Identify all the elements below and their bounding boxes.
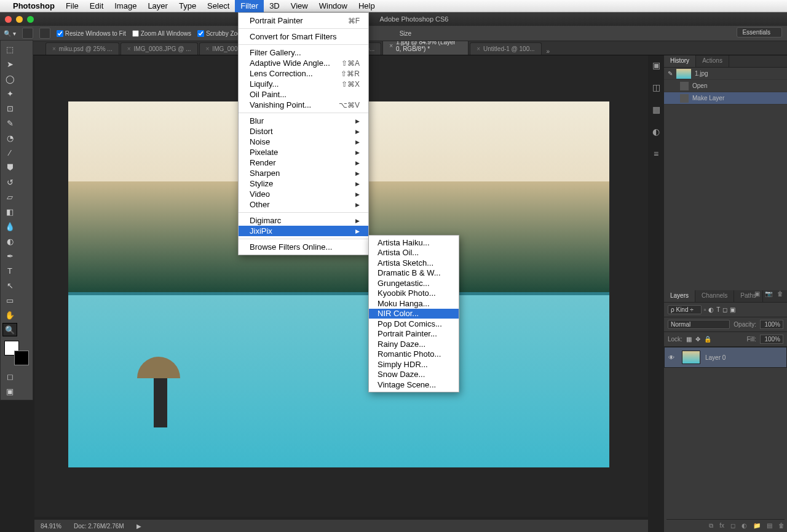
menu-item-blur[interactable]: Blur — [239, 116, 368, 126]
styles-icon[interactable]: ▦ — [651, 105, 662, 116]
submenu-item[interactable]: Vintage Scene... — [369, 379, 459, 390]
document-tab[interactable]: ×IMG_0008.JPG @ ... — [121, 42, 198, 55]
close-tab-icon[interactable]: × — [477, 46, 480, 52]
blend-mode-select[interactable]: Normal — [668, 320, 730, 329]
menu-item-last-filter[interactable]: Portrait Painter⌘F — [239, 15, 368, 26]
submenu-item[interactable]: Portrait Painter... — [369, 329, 459, 339]
stamp-tool[interactable]: ⛊ — [2, 161, 17, 174]
lasso-tool[interactable]: ◯ — [2, 72, 17, 85]
menu-edit[interactable]: Edit — [84, 0, 109, 12]
layers-tab[interactable]: Layers — [664, 290, 695, 302]
zoom-out-icon[interactable] — [39, 28, 50, 39]
menu-item-vanishing-point[interactable]: Vanishing Point...⌥⌘V — [239, 100, 368, 110]
brush-tool[interactable]: ∕ — [2, 146, 17, 159]
menu-3d[interactable]: 3D — [264, 0, 285, 12]
filter-type-icon[interactable]: T — [716, 306, 720, 313]
heal-tool[interactable]: ◔ — [2, 131, 17, 145]
zoom-tool[interactable]: 🔍 — [2, 323, 17, 336]
eraser-tool[interactable]: ▱ — [2, 190, 17, 204]
visibility-icon[interactable]: 👁 — [668, 354, 677, 361]
menu-item-oil-paint[interactable]: Oil Paint... — [239, 89, 368, 100]
layer-row[interactable]: 👁 Layer 0 — [664, 347, 787, 368]
menu-item-digimarc[interactable]: Digimarc — [239, 215, 368, 226]
submenu-item[interactable]: Snow Daze... — [369, 370, 459, 380]
camera-icon[interactable]: 📷 — [765, 290, 772, 297]
history-step[interactable]: Open — [664, 80, 787, 92]
document-tab[interactable]: ×miku.psd @ 25% ... — [45, 42, 119, 55]
workspace-switcher[interactable]: Essentials — [737, 27, 782, 38]
history-snapshot[interactable]: ✎1.jpg — [664, 68, 787, 80]
filter-shape-icon[interactable]: ◻ — [722, 306, 727, 313]
lock-pixels-icon[interactable]: ▦ — [686, 336, 692, 343]
submenu-item[interactable]: Artista Sketch... — [369, 258, 459, 268]
submenu-item[interactable]: Simply HDR... — [369, 359, 459, 370]
pen-tool[interactable]: ✒ — [2, 249, 17, 263]
close-tab-icon[interactable]: × — [206, 46, 210, 52]
filter-adj-icon[interactable]: ◐ — [708, 306, 714, 313]
mask-icon[interactable]: ◻ — [730, 522, 735, 530]
menu-type[interactable]: Type — [173, 0, 202, 12]
properties-icon[interactable]: ≡ — [651, 149, 662, 160]
screenmode-tool[interactable]: ▣ — [2, 384, 17, 398]
doc-info[interactable]: Doc: 2.76M/2.76M — [74, 523, 124, 530]
new-snapshot-icon[interactable]: ▣ — [754, 290, 760, 297]
filter-smart-icon[interactable]: ▣ — [730, 306, 735, 313]
arrow-tool[interactable]: ➤ — [2, 57, 17, 71]
submenu-item[interactable]: Romantic Photo... — [369, 349, 459, 360]
menu-item-jixipix[interactable]: JixiPix — [239, 226, 368, 236]
adjustment-icon[interactable]: ◐ — [742, 522, 747, 530]
layer-name[interactable]: Layer 0 — [705, 354, 726, 361]
menu-item-distort[interactable]: Distort — [239, 126, 368, 137]
hand-tool[interactable]: ✋ — [2, 308, 17, 322]
menu-image[interactable]: Image — [109, 0, 142, 12]
minibridge-icon[interactable]: ▣ — [651, 60, 662, 71]
app-menu[interactable]: Photoshop — [7, 0, 60, 12]
menu-item-convert-smart[interactable]: Convert for Smart Filters — [239, 31, 368, 42]
channels-tab[interactable]: Channels — [695, 290, 734, 302]
gradient-tool[interactable]: ◧ — [2, 205, 17, 218]
opacity-value[interactable]: 100% — [760, 320, 783, 329]
menu-layer[interactable]: Layer — [142, 0, 173, 12]
adjustments-icon[interactable]: ◐ — [651, 127, 662, 138]
layer-thumbnail[interactable] — [682, 351, 700, 364]
delete-icon[interactable]: 🗑 — [778, 522, 785, 530]
submenu-item[interactable]: Artista Haiku... — [369, 237, 459, 248]
menu-help[interactable]: Help — [353, 0, 381, 12]
lock-all-icon[interactable]: 🔒 — [704, 336, 711, 343]
menu-item-browse-filters[interactable]: Browse Filters Online... — [239, 242, 368, 252]
submenu-item-highlighted[interactable]: NIR Color... — [369, 309, 459, 319]
menu-item-other[interactable]: Other — [239, 199, 368, 210]
submenu-item[interactable]: Artista Oil... — [369, 248, 459, 258]
history-tab[interactable]: History — [664, 55, 696, 67]
close-tab-icon[interactable]: × — [52, 46, 56, 52]
filter-pixel-icon[interactable]: ▫ — [704, 306, 706, 313]
submenu-item[interactable]: Kyoobik Photo... — [369, 288, 459, 299]
menu-window[interactable]: Window — [314, 0, 353, 12]
zoom-in-icon[interactable] — [22, 28, 33, 39]
trash-icon[interactable]: 🗑 — [777, 290, 783, 297]
menu-item-filter-gallery[interactable]: Filter Gallery... — [239, 47, 368, 58]
wand-tool[interactable]: ✦ — [2, 87, 17, 100]
color-swatches[interactable] — [4, 341, 29, 365]
quickmask-tool[interactable]: ◻ — [2, 370, 17, 383]
blur-tool[interactable]: 💧 — [2, 220, 17, 233]
history-step-selected[interactable]: Make Layer — [664, 92, 787, 105]
zoom-tool-icon[interactable]: 🔍 ▾ — [4, 30, 16, 37]
submenu-item[interactable]: Dramatic B & W... — [369, 268, 459, 279]
menu-item-noise[interactable]: Noise — [239, 137, 368, 147]
document-tab[interactable]: ×Untitled-1 @ 100... — [470, 42, 541, 55]
fx-icon[interactable]: fx — [719, 522, 724, 530]
layer-filter-kind[interactable]: ρ Kind ÷ — [668, 305, 702, 314]
zoom-window[interactable] — [27, 16, 34, 23]
crop-tool[interactable]: ⊡ — [2, 101, 17, 115]
menu-select[interactable]: Select — [202, 0, 235, 12]
info-arrow-icon[interactable]: ▶ — [136, 523, 141, 530]
submenu-item[interactable]: Grungetastic... — [369, 278, 459, 288]
shape-tool[interactable]: ▭ — [2, 293, 17, 307]
move-tool[interactable]: ⬚ — [2, 42, 17, 56]
fill-value[interactable]: 100% — [760, 335, 783, 344]
menu-item-render[interactable]: Render — [239, 157, 368, 168]
submenu-item[interactable]: Rainy Daze... — [369, 339, 459, 349]
minimize-window[interactable] — [16, 16, 23, 23]
dodge-tool[interactable]: ◐ — [2, 234, 17, 248]
